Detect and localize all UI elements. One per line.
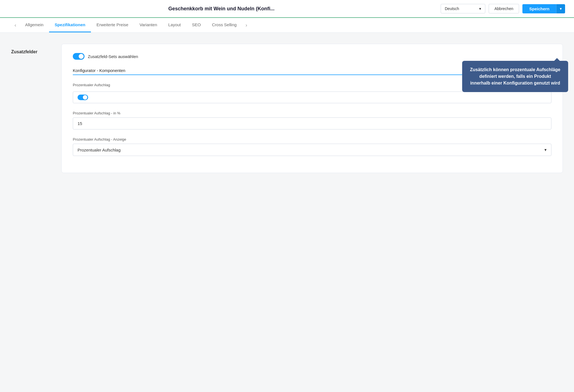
prozent-anzeige-label: Prozentualer Aufschlag - Anzeige [73,137,551,141]
zusatzfeld-toggle[interactable] [73,53,85,60]
page-title: Geschenkkorb mit Wein und Nudeln (Konfi.… [9,6,434,12]
tab-allgemein[interactable]: Allgemein [20,18,49,32]
zusatzfeld-toggle-label: Zusatzfeld-Sets auswählen [88,54,138,59]
prozent-wert-label: Prozentualer Aufschlag - in % [73,111,551,115]
prozent-anzeige-value: Prozentualer Aufschlag [78,148,120,152]
tab-spezifikationen[interactable]: Spezifikationen [49,18,91,32]
prozent-anzeige-field-group: Prozentualer Aufschlag - Anzeige Prozent… [73,137,551,156]
save-button[interactable]: Speichern [522,4,556,13]
cancel-button[interactable]: Abbrechen [489,4,519,13]
prozentualer-aufschlag-toggle[interactable] [78,95,88,100]
tab-next-button[interactable]: › [242,18,250,32]
tooltip-box: Zusätzlich können prozentuale Aufschläge… [462,61,568,92]
zusatzfelder-card: Zusatzfeld-Sets auswählen Zusätzlich kön… [61,44,563,173]
save-dropdown-button[interactable]: ▾ [556,4,565,13]
language-selector[interactable]: Deutsch ▾ [441,4,485,13]
tooltip-text: Zusätzlich können prozentuale Aufschläge… [470,67,560,85]
prozent-wert-field-group: Prozentualer Aufschlag - in % [73,111,551,129]
tab-bar: ‹ Allgemein Spezifikationen Erweiterte P… [0,18,574,33]
tab-prev-button[interactable]: ‹ [11,18,20,32]
chevron-right-icon: › [245,22,247,28]
tab-varianten[interactable]: Varianten [134,18,163,32]
language-label: Deutsch [445,6,459,11]
tab-layout[interactable]: Layout [163,18,186,32]
header-controls: Deutsch ▾ Abbrechen Speichern ▾ [441,4,565,13]
page-header: Geschenkkorb mit Wein und Nudeln (Konfi.… [0,0,574,18]
prozent-wert-input[interactable] [73,117,551,129]
chevron-down-icon: ▾ [479,6,481,11]
tab-erweiterte-preise[interactable]: Erweiterte Preise [91,18,134,32]
prozentualer-aufschlag-toggle-box [73,92,551,103]
section-label: Zusatzfelder [11,44,50,173]
chevron-left-icon: ‹ [15,22,16,28]
save-button-group: Speichern ▾ [522,4,565,13]
chevron-down-icon: ▾ [560,6,562,11]
tab-cross-selling[interactable]: Cross Selling [206,18,242,32]
prozentualer-aufschlag-label: Prozentualer Aufschlag [73,83,110,87]
tab-seo[interactable]: SEO [186,18,206,32]
prozent-anzeige-select[interactable]: Prozentualer Aufschlag ▾ [73,144,551,156]
content-area: Zusatzfelder Zusatzfeld-Sets auswählen Z… [0,33,574,184]
chevron-down-icon: ▾ [544,147,547,152]
zusatzfeld-toggle-row: Zusatzfeld-Sets auswählen [73,53,551,60]
